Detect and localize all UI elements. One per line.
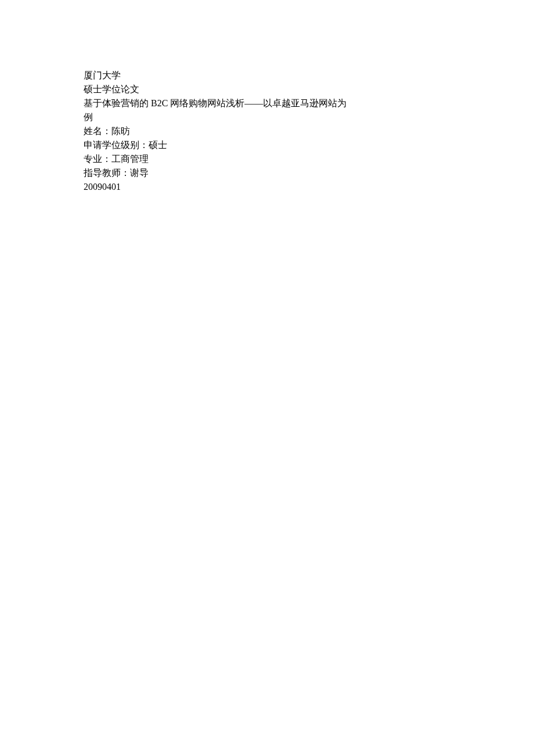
major-line: 专业：工商管理 [84,152,450,166]
degree-type-line: 硕士学位论文 [84,82,450,96]
date-line: 20090401 [84,180,450,194]
document-content: 厦门大学 硕士学位论文 基于体验营销的 B2C 网络购物网站浅析——以卓越亚马逊… [0,0,534,194]
title-line-2: 例 [84,110,450,124]
name-line: 姓名：陈昉 [84,124,450,138]
university-line: 厦门大学 [84,69,450,82]
title-line-1: 基于体验营销的 B2C 网络购物网站浅析——以卓越亚马逊网站为 [84,96,450,110]
advisor-line: 指导教师：谢导 [84,166,450,180]
degree-level-line: 申请学位级别：硕士 [84,138,450,152]
